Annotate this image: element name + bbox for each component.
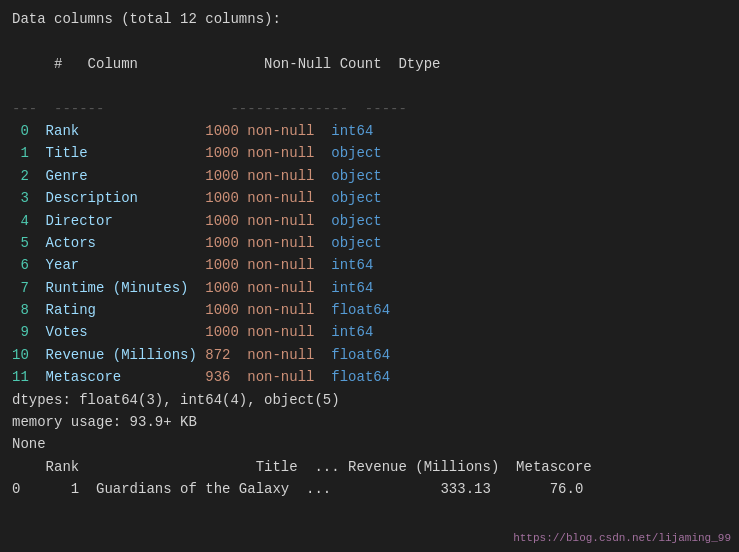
table-row: 7 Runtime (Minutes) 1000 non-null int64 bbox=[12, 277, 727, 299]
table-row: 8 Rating 1000 non-null float64 bbox=[12, 299, 727, 321]
table-row: 11 Metascore 936 non-null float64 bbox=[12, 366, 727, 388]
header-line: Data columns (total 12 columns): bbox=[12, 8, 727, 30]
table-row: 5 Actors 1000 non-null object bbox=[12, 232, 727, 254]
none-line: None bbox=[12, 433, 727, 455]
columns-table: 0 Rank 1000 non-null int64 1 Title 1000 … bbox=[12, 120, 727, 389]
preview-row-line: 0 1 Guardians of the Galaxy ... 333.13 7… bbox=[12, 478, 727, 500]
watermark: https://blog.csdn.net/lijaming_99 bbox=[513, 532, 731, 544]
table-row: 6 Year 1000 non-null int64 bbox=[12, 254, 727, 276]
dtypes-line: dtypes: float64(3), int64(4), object(5) bbox=[12, 389, 727, 411]
memory-line: memory usage: 93.9+ KB bbox=[12, 411, 727, 433]
table-row: 2 Genre 1000 non-null object bbox=[12, 165, 727, 187]
table-row: 0 Rank 1000 non-null int64 bbox=[12, 120, 727, 142]
col-header-line: # Column Non-Null Count Dtype bbox=[12, 30, 727, 97]
col-separator-line: --- ------ -------------- ----- bbox=[12, 98, 727, 120]
table-row: 1 Title 1000 non-null object bbox=[12, 142, 727, 164]
table-row: 10 Revenue (Millions) 872 non-null float… bbox=[12, 344, 727, 366]
preview-header-line: Rank Title ... Revenue (Millions) Metasc… bbox=[12, 456, 727, 478]
table-row: 9 Votes 1000 non-null int64 bbox=[12, 321, 727, 343]
table-row: 3 Description 1000 non-null object bbox=[12, 187, 727, 209]
table-row: 4 Director 1000 non-null object bbox=[12, 210, 727, 232]
terminal-output: Data columns (total 12 columns): # Colum… bbox=[12, 8, 727, 501]
